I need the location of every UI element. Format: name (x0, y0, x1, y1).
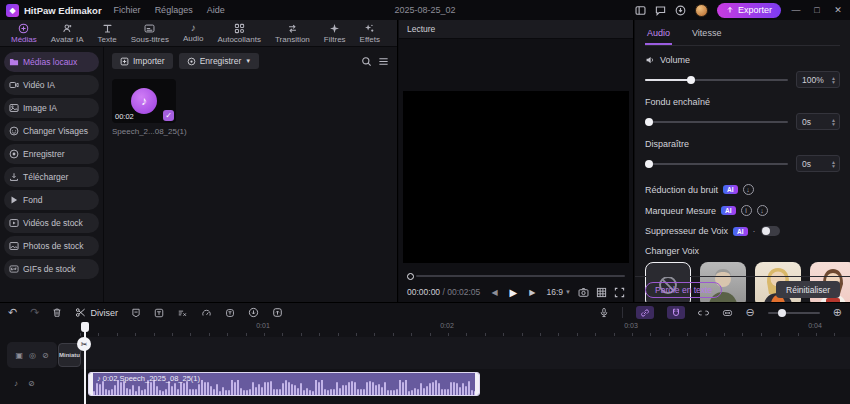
voiceover-mic-icon[interactable] (599, 307, 609, 318)
sidebar-item-video-ia[interactable]: Vidéo IA (4, 75, 99, 95)
menu-reglages[interactable]: Réglages (153, 5, 195, 15)
download-icon[interactable] (675, 5, 686, 16)
magnet-snap-icon[interactable] (667, 306, 685, 319)
track-mute-icon[interactable]: ◎ (29, 351, 36, 360)
sidebar-item-medias-locaux[interactable]: Médias locaux (4, 52, 99, 72)
tab-effets[interactable]: Effets (353, 20, 387, 46)
audio-track-mute-icon[interactable]: ♪ (14, 379, 18, 388)
snapshot-icon[interactable] (578, 287, 589, 298)
audio-track[interactable]: ♪ 0:02 Speech_2025_08_25(1) (81, 372, 850, 396)
tab-avatar-ia[interactable]: Avatar IA (44, 20, 91, 46)
view-mode-icon[interactable] (378, 56, 389, 67)
zoom-in-icon[interactable]: ⊕ (833, 306, 842, 319)
fit-timeline-icon[interactable] (722, 308, 733, 318)
link-clips-icon[interactable] (636, 306, 654, 319)
clip-trim-handle-right[interactable] (475, 373, 479, 395)
minimize-button[interactable]: — (790, 5, 802, 15)
sidebar-item-telecharger[interactable]: Télécharger (4, 167, 99, 187)
track-lock-icon[interactable]: ⊘ (42, 351, 49, 360)
crossfade-value[interactable]: 0s ▲▼ (796, 113, 840, 130)
tab-vitesse[interactable]: Vitesse (690, 26, 723, 45)
add-text-icon[interactable] (154, 308, 164, 318)
tab-medias[interactable]: Médias (4, 20, 44, 46)
sidebar-item-videos-stock[interactable]: Vidéos de stock (4, 213, 99, 233)
track-thumbnail-toggle-icon[interactable]: ▣ (15, 351, 23, 360)
tab-texte[interactable]: Texte (91, 20, 124, 46)
media-library: Importer Enregistrer ▼ ♪ 00:02 (103, 47, 397, 302)
audio-track-controls: ♪ ⊘ (14, 379, 35, 388)
seek-thumb[interactable] (407, 273, 414, 280)
sidebar-item-changer-visages[interactable]: Changer Visages (4, 121, 99, 141)
export-frame-up-icon[interactable] (272, 307, 283, 318)
noise-reduction-download-icon[interactable]: ↓ (743, 184, 754, 195)
delete-icon[interactable] (52, 307, 62, 318)
audio-clip[interactable]: ♪ 0:02 Speech_2025_08_25(1) (88, 372, 480, 396)
grid-crop-icon[interactable] (596, 287, 607, 298)
split-button[interactable]: Diviser (75, 307, 118, 318)
volume-value[interactable]: 100% ▲▼ (796, 71, 840, 88)
remove-silence-icon[interactable] (177, 308, 188, 318)
speed-icon[interactable] (201, 308, 212, 318)
timeline-ruler[interactable]: 0:01 0:02 0:03 0:04 (80, 322, 850, 336)
beat-marker-download-icon[interactable]: ↓ (757, 205, 768, 216)
crossfade-slider[interactable] (645, 118, 788, 126)
play-icon[interactable]: ▶ (510, 287, 518, 298)
preview-seekbar[interactable] (399, 270, 633, 282)
playhead-split-icon[interactable]: ✂ (77, 337, 91, 351)
left-panel: Médias Avatar IA Texte Sous-titres ♪ Aud… (0, 20, 398, 302)
menu-fichier[interactable]: Fichier (112, 5, 143, 15)
playhead[interactable]: ✂ (84, 322, 86, 404)
record-dropdown-button[interactable]: Enregistrer ▼ (179, 53, 260, 69)
maximize-button[interactable]: □ (811, 5, 823, 15)
fadeout-value[interactable]: 0s ▲▼ (796, 155, 840, 172)
sidebar-item-photos-stock[interactable]: Photos de stock (4, 236, 99, 256)
aspect-ratio-select[interactable]: 16:9▼ (547, 287, 572, 297)
sidebar-item-gifs-stock[interactable]: GIFs de stock (4, 259, 99, 279)
reset-button[interactable]: Réinitialiser (776, 281, 840, 298)
sidebar-item-fond[interactable]: Fond (4, 190, 99, 210)
video-track[interactable] (81, 337, 850, 369)
media-thumbnail[interactable]: ♪ 00:02 ✓ (112, 79, 176, 123)
tab-audio[interactable]: ♪ Audio (176, 20, 210, 46)
next-frame-icon[interactable]: ▶ (529, 288, 535, 297)
seek-track[interactable] (416, 275, 625, 277)
redo-icon[interactable]: ↷ (30, 306, 39, 319)
tab-sous-titres[interactable]: Sous-titres (124, 20, 176, 46)
stepper-arrows[interactable]: ▲▼ (831, 118, 836, 126)
layout-panel-icon[interactable] (635, 5, 646, 16)
voice-suppressor-toggle[interactable] (761, 226, 780, 236)
volume-slider[interactable] (645, 76, 788, 84)
tab-autocollants[interactable]: Autocollants (210, 20, 268, 46)
close-button[interactable]: ✕ (832, 5, 844, 15)
search-icon[interactable] (361, 56, 372, 67)
video-canvas[interactable] (403, 91, 629, 263)
stepper-arrows[interactable]: ▲▼ (831, 160, 836, 168)
info-icon[interactable]: i (741, 205, 752, 216)
stepper-arrows[interactable]: ▲▼ (831, 76, 836, 84)
menu-aide[interactable]: Aide (205, 5, 227, 15)
user-avatar[interactable] (695, 4, 708, 17)
audio-track-lock-icon[interactable]: ⊘ (28, 379, 35, 388)
unlink-icon[interactable] (698, 308, 709, 318)
feedback-chat-icon[interactable] (655, 5, 666, 16)
speech-to-text-button[interactable]: Parole en texte (645, 282, 722, 298)
clip-trim-handle-left[interactable] (89, 373, 93, 395)
sidebar-item-image-ia[interactable]: Image IA (4, 98, 99, 118)
fadeout-slider[interactable] (645, 160, 788, 168)
previous-frame-icon[interactable]: ◀ (491, 288, 497, 297)
tab-filtres[interactable]: Filtres (317, 20, 353, 46)
fullscreen-icon[interactable] (614, 287, 625, 298)
export-button[interactable]: Exporter (717, 3, 781, 18)
export-frame-down-icon[interactable] (248, 307, 259, 318)
import-button[interactable]: Importer (112, 53, 173, 69)
media-item[interactable]: ♪ 00:02 ✓ Speech_2...08_25(1) (112, 79, 176, 136)
freeze-frame-icon[interactable] (225, 308, 235, 318)
tab-audio-settings[interactable]: Audio (645, 26, 672, 45)
sidebar-item-enregistrer[interactable]: Enregistrer (4, 144, 99, 164)
tab-transition[interactable]: Transition (268, 20, 317, 46)
playhead-flag[interactable] (81, 322, 89, 332)
undo-icon[interactable]: ↶ (8, 306, 17, 319)
zoom-out-icon[interactable]: ⊖ (746, 306, 755, 319)
timeline-zoom-slider[interactable] (768, 312, 820, 314)
marker-icon[interactable] (131, 308, 141, 318)
